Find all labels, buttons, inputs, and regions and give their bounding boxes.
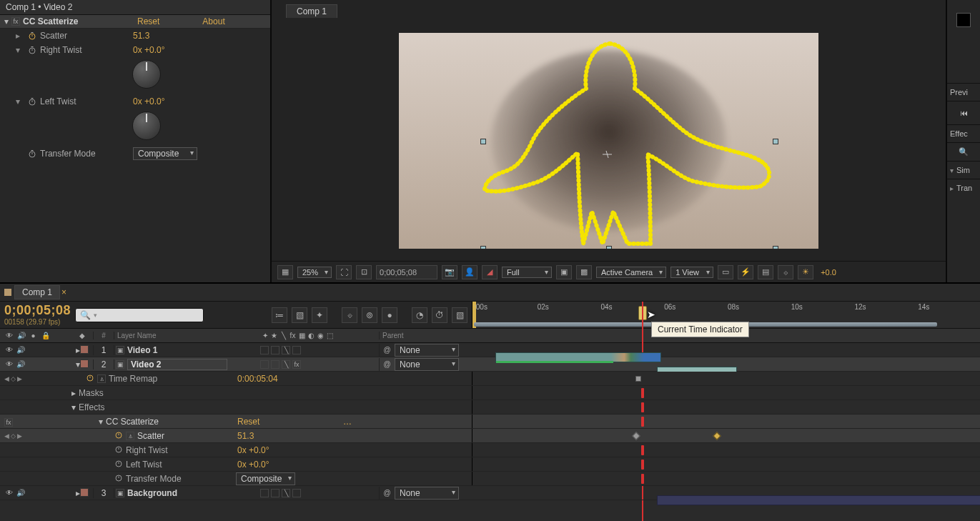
timeline-tab[interactable]: Comp 1: [14, 285, 60, 299]
stopwatch-icon-left-twist[interactable]: [27, 96, 37, 106]
solo-toggle[interactable]: [27, 488, 36, 497]
color-swatch[interactable]: [956, 13, 971, 27]
eye-icon[interactable]: 👁: [4, 488, 14, 497]
layer-duration-bar[interactable]: [657, 495, 980, 505]
fx-switch[interactable]: fx: [292, 360, 301, 369]
left-twist-dial[interactable]: [132, 111, 161, 140]
fx-toggle-icon[interactable]: fx: [11, 17, 20, 26]
stopwatch-scatter-icon[interactable]: [114, 430, 123, 441]
views-dropdown[interactable]: 1 View: [670, 267, 713, 278]
effects-search-icon[interactable]: 🔍: [947, 142, 980, 161]
hide-shy-button[interactable]: ✦: [312, 307, 327, 323]
quality-switch[interactable]: ╲: [282, 489, 290, 497]
effects-panel-header[interactable]: Effec: [947, 124, 980, 142]
solo-toggle[interactable]: [27, 345, 36, 354]
simulation-folder[interactable]: ▾Sim: [947, 161, 980, 179]
quality-switch[interactable]: ╲: [282, 360, 290, 369]
label-color[interactable]: [80, 345, 89, 354]
right-twist-prop-row[interactable]: Right Twist 0x +0.0°: [0, 443, 980, 457]
twirl-open-icon[interactable]: ▾: [16, 45, 24, 55]
fx-enabled-icon[interactable]: fx: [4, 418, 13, 427]
scatter-value[interactable]: 51.3: [133, 31, 149, 41]
layer-handle[interactable]: [773, 246, 778, 249]
lock-column-icon[interactable]: 🔒: [41, 331, 50, 340]
comp-mini-flowchart-icon[interactable]: ≔: [272, 307, 287, 323]
cc-scatterize-row[interactable]: fx ▾ CC Scatterize Reset …: [0, 415, 980, 429]
cc-reset-link[interactable]: Reset: [237, 417, 259, 427]
reset-exposure-icon[interactable]: ☀: [798, 265, 813, 279]
time-remap-row[interactable]: ◀◇▶ ⍋ Time Remap 0:00:05:04: [0, 372, 980, 386]
left-twist-prop-value[interactable]: 0x +0.0°: [237, 460, 269, 470]
frame-blend-button[interactable]: ⟐: [342, 307, 357, 323]
eye-icon[interactable]: 👁: [4, 345, 14, 354]
show-last-snapshot-icon[interactable]: 👤: [462, 265, 477, 279]
stopwatch-rt-icon[interactable]: [114, 445, 123, 455]
audio-column-icon[interactable]: 🔊: [16, 331, 26, 340]
prev-keyframe-icon[interactable]: ◀: [4, 432, 9, 440]
pickwhip-icon[interactable]: @: [382, 345, 392, 354]
fast-previews-icon[interactable]: ⚡: [738, 265, 753, 279]
magnification-grid-icon[interactable]: ▦: [277, 265, 293, 279]
motion-blur-button[interactable]: ⊚: [362, 307, 377, 323]
transfer-mode-prop-row[interactable]: Transfer Mode Composite: [0, 472, 980, 486]
safe-zones-icon[interactable]: ⊡: [356, 265, 372, 279]
right-twist-dial[interactable]: [132, 60, 161, 89]
layer-duration-bar[interactable]: [495, 352, 661, 362]
layer-handle[interactable]: [773, 139, 778, 144]
scatter-prop-value[interactable]: 51.3: [237, 431, 254, 441]
layer-name-column-header[interactable]: Layer Name: [114, 332, 257, 339]
shy-switch[interactable]: [260, 360, 269, 369]
layer-handle[interactable]: [480, 246, 486, 249]
layer-handle[interactable]: [480, 139, 486, 144]
lock-toggle[interactable]: [39, 359, 48, 369]
layer-name[interactable]: Video 1: [127, 345, 157, 355]
speaker-icon[interactable]: 🔊: [16, 359, 25, 369]
zoom-dropdown[interactable]: 25%: [297, 267, 332, 278]
switches-column-header[interactable]: ✦★╲fx▦◐◉⬚: [257, 331, 379, 340]
stopwatch-tm-icon[interactable]: [114, 473, 123, 484]
layer-row-1[interactable]: 👁 🔊 ▸ 1 ▣Video 1 ╲ @ None: [0, 343, 980, 357]
brainstorm-icon[interactable]: ●: [382, 307, 397, 323]
time-remap-value[interactable]: 0:00:05:04: [237, 374, 278, 384]
current-time-indicator-head[interactable]: [638, 306, 647, 320]
right-twist-prop-value[interactable]: 0x +0.0°: [237, 445, 269, 455]
left-twist-value[interactable]: 0x +0.0°: [133, 96, 165, 106]
right-twist-value[interactable]: 0x +0.0°: [133, 45, 165, 55]
flowchart-icon[interactable]: ⟐: [778, 265, 793, 279]
collapse-switch[interactable]: [271, 360, 279, 369]
masks-row[interactable]: ▸ Masks: [0, 386, 980, 400]
label-color[interactable]: [80, 488, 89, 497]
quality-switch[interactable]: ╲: [282, 346, 290, 354]
eye-icon[interactable]: 👁: [4, 359, 14, 369]
timeline-search-input[interactable]: 🔍 ▾: [75, 308, 204, 322]
stopwatch-lt-icon[interactable]: [114, 459, 123, 470]
layer-name[interactable]: Background: [127, 488, 177, 498]
composition-preview[interactable]: [399, 33, 818, 249]
camera-dropdown[interactable]: Active Camera: [596, 267, 666, 278]
parent-dropdown[interactable]: None: [395, 487, 459, 500]
stopwatch-icon-transfer[interactable]: [27, 149, 37, 159]
scatter-keyframe-2[interactable]: [713, 432, 721, 440]
viewer-timecode[interactable]: 0;00;05;08: [376, 265, 437, 279]
time-ruler[interactable]: :00s 02s 04s 06s 08s 10s 12s 14s ➤ Curre…: [472, 302, 980, 328]
resolution-dropdown[interactable]: Full: [502, 267, 552, 278]
layer-handle[interactable]: [606, 246, 612, 249]
shy-switch[interactable]: [260, 489, 269, 497]
layer-name-input[interactable]: [127, 359, 227, 370]
cc-more-link[interactable]: …: [343, 417, 352, 427]
current-time-display[interactable]: 0;00;05;08: [4, 304, 71, 318]
add-keyframe-icon[interactable]: ◇: [11, 375, 16, 382]
label-column-icon[interactable]: ◆: [78, 331, 87, 340]
twirl-icon[interactable]: ▾: [99, 417, 103, 427]
effect-twirl-icon[interactable]: ▾: [4, 16, 9, 26]
effect-name[interactable]: CC Scatterize: [23, 16, 137, 26]
layer-row-3[interactable]: 👁 🔊 ▸ 3 ▣Background ╲ @ None: [0, 486, 980, 500]
video-column-icon[interactable]: 👁: [4, 331, 14, 340]
pickwhip-icon[interactable]: @: [382, 359, 392, 369]
keyframe-nav[interactable]: ◀◇▶: [4, 432, 22, 440]
viewer-tab[interactable]: Comp 1: [286, 4, 337, 18]
stopwatch-all-icon[interactable]: ⏱: [432, 307, 447, 323]
next-keyframe-icon[interactable]: ▶: [17, 375, 22, 382]
effects-row[interactable]: ▾ Effects: [0, 400, 980, 415]
collapse-switch[interactable]: [271, 489, 279, 497]
